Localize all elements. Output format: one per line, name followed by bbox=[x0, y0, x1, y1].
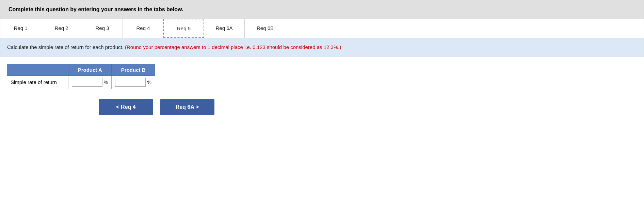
cell-product-b: % bbox=[112, 75, 155, 89]
percent-sign-a: % bbox=[104, 80, 108, 85]
col-header-empty bbox=[7, 64, 68, 75]
prev-button-label: < Req 4 bbox=[116, 104, 135, 110]
tab-req3[interactable]: Req 3 bbox=[82, 19, 123, 38]
table-container: Product A Product B Simple rate of retur… bbox=[0, 57, 644, 92]
description-area: Calculate the simple rate of return for … bbox=[0, 38, 644, 57]
table-row: Simple rate of return % % bbox=[7, 75, 155, 89]
tab-req5[interactable]: Req 5 bbox=[163, 19, 204, 38]
tab-req4[interactable]: Req 4 bbox=[123, 19, 164, 38]
instruction-text: Complete this question by entering your … bbox=[9, 6, 183, 12]
instruction-bar: Complete this question by entering your … bbox=[0, 0, 644, 19]
tab-req6a[interactable]: Req 6A bbox=[204, 19, 245, 38]
tabs-container: Req 1 Req 2 Req 3 Req 4 Req 5 Req 6A Req… bbox=[0, 19, 644, 38]
input-group-product-a: % bbox=[72, 78, 108, 87]
page-container: Complete this question by entering your … bbox=[0, 0, 644, 122]
col-header-product-a: Product A bbox=[68, 64, 112, 75]
nav-buttons: < Req 4 Req 6A > bbox=[0, 92, 644, 122]
tab-req2[interactable]: Req 2 bbox=[41, 19, 82, 38]
description-normal: Calculate the simple rate of return for … bbox=[7, 44, 125, 50]
next-button-label: Req 6A > bbox=[176, 104, 199, 110]
tab-req6b[interactable]: Req 6B bbox=[245, 19, 286, 38]
input-product-a[interactable] bbox=[72, 78, 102, 87]
input-group-product-b: % bbox=[115, 78, 151, 87]
tab-req1[interactable]: Req 1 bbox=[0, 19, 41, 38]
next-button[interactable]: Req 6A > bbox=[160, 99, 214, 115]
data-table: Product A Product B Simple rate of retur… bbox=[7, 64, 155, 89]
cell-product-a: % bbox=[68, 75, 112, 89]
input-product-b[interactable] bbox=[115, 78, 146, 87]
description-red: (Round your percentage answers to 1 deci… bbox=[125, 44, 341, 50]
percent-sign-b: % bbox=[147, 80, 151, 85]
col-header-product-b: Product B bbox=[112, 64, 155, 75]
row-label-simple-rate: Simple rate of return bbox=[7, 75, 68, 89]
prev-button[interactable]: < Req 4 bbox=[99, 99, 153, 115]
